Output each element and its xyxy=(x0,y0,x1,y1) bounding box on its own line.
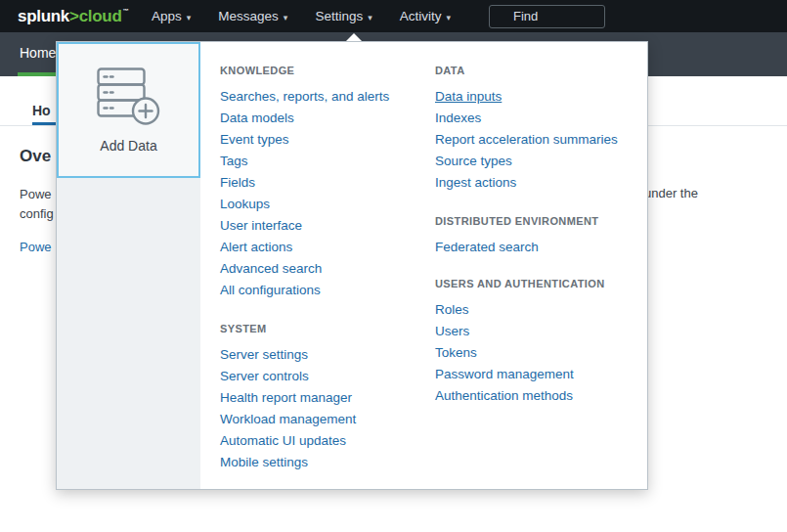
logo-product: cloud xyxy=(79,7,122,25)
logo-gt: > xyxy=(69,7,79,25)
chevron-down-icon: ▾ xyxy=(284,13,288,22)
menu-left-column: Add Data xyxy=(57,42,200,489)
page-paragraph-line2: config xyxy=(20,206,54,221)
menu-column-data-users: DATA Data inputsIndexesReport accelerati… xyxy=(435,65,645,407)
nav-apps[interactable]: Apps▾ xyxy=(152,9,191,23)
menu-item[interactable]: Searches, reports, and alerts xyxy=(220,86,430,108)
page-heading: Ove xyxy=(20,147,51,166)
menu-item[interactable]: Federated search xyxy=(435,237,645,258)
splunk-cloud-logo: splunk>cloud™ xyxy=(18,7,128,26)
menu-item[interactable]: Password management xyxy=(435,364,645,385)
menu-item[interactable]: Server controls xyxy=(220,366,430,387)
menu-item[interactable]: Ingest actions xyxy=(435,172,645,194)
nav-settings[interactable]: Settings▾ xyxy=(315,9,372,23)
nav-messages[interactable]: Messages▾ xyxy=(218,9,287,23)
menu-item[interactable]: Server settings xyxy=(220,344,430,366)
knowledge-item-list: Searches, reports, and alertsData models… xyxy=(220,86,430,301)
add-data-button[interactable]: Add Data xyxy=(57,42,200,178)
dropdown-pointer-caret xyxy=(346,33,362,41)
menu-item[interactable]: Workload management xyxy=(220,409,430,430)
page-paragraph-line1: Powe xyxy=(20,187,52,201)
section-title-knowledge: KNOWLEDGE xyxy=(220,65,430,77)
section-title-users-and-authentication: USERS AND AUTHENTICATION xyxy=(435,278,645,290)
menu-item[interactable]: Authentication methods xyxy=(435,385,645,407)
menu-item[interactable]: Tags xyxy=(220,151,430,172)
menu-item[interactable]: Event types xyxy=(220,129,430,151)
menu-item[interactable]: Users xyxy=(435,321,645,342)
menu-item[interactable]: Source types xyxy=(435,151,645,172)
menu-item[interactable]: Lookups xyxy=(220,194,430,215)
menu-item[interactable]: Report acceleration summaries xyxy=(435,129,645,151)
top-nav: Apps▾ Messages▾ Settings▾ Activity▾ xyxy=(152,0,451,32)
chevron-down-icon: ▾ xyxy=(446,13,451,22)
system-item-list: Server settingsServer controlsHealth rep… xyxy=(220,344,430,473)
active-app-underline xyxy=(18,72,56,76)
section-title-distributed-environment: DISTRIBUTED ENVIRONMENT xyxy=(435,215,645,228)
data-item-list: Data inputsIndexesReport acceleration su… xyxy=(435,86,645,194)
menu-item[interactable]: Advanced search xyxy=(220,258,430,280)
logo-brand: splunk xyxy=(18,7,69,25)
find-search-input[interactable]: Find xyxy=(489,5,605,28)
section-title-data: DATA xyxy=(435,65,645,77)
section-title-system: SYSTEM xyxy=(220,323,430,335)
menu-item[interactable]: Mobile settings xyxy=(220,452,430,473)
app-bar-home-link[interactable]: Home xyxy=(20,45,56,61)
menu-item[interactable]: Automatic UI updates xyxy=(220,430,430,452)
menu-item[interactable]: Alert actions xyxy=(220,237,430,258)
chevron-down-icon: ▾ xyxy=(368,13,372,22)
menu-item[interactable]: Tokens xyxy=(435,342,645,364)
page-paragraph-right-fragment: under the xyxy=(644,186,698,200)
settings-dropdown-menu: Add Data KNOWLEDGE Searches, reports, an… xyxy=(56,41,648,490)
menu-column-knowledge-system: KNOWLEDGE Searches, reports, and alertsD… xyxy=(220,65,430,473)
add-data-label: Add Data xyxy=(100,138,156,154)
distributed-item-list: Federated search xyxy=(435,237,645,258)
menu-item[interactable]: Data inputs xyxy=(435,86,645,108)
menu-item[interactable]: Roles xyxy=(435,299,645,321)
nav-activity[interactable]: Activity▾ xyxy=(400,9,451,23)
add-data-icon xyxy=(97,67,161,126)
page-tab-home[interactable]: Ho xyxy=(32,103,51,118)
menu-item[interactable]: All configurations xyxy=(220,280,430,301)
logo-trademark: ™ xyxy=(122,8,128,14)
users-auth-item-list: RolesUsersTokensPassword managementAuthe… xyxy=(435,299,645,407)
menu-item[interactable]: Indexes xyxy=(435,108,645,129)
page-link[interactable]: Powe xyxy=(20,240,52,254)
menu-item[interactable]: Health report manager xyxy=(220,387,430,409)
menu-item[interactable]: User interface xyxy=(220,215,430,237)
menu-item[interactable]: Fields xyxy=(220,172,430,194)
top-bar: splunk>cloud™ Apps▾ Messages▾ Settings▾ … xyxy=(0,0,787,32)
menu-item[interactable]: Data models xyxy=(220,108,430,129)
chevron-down-icon: ▾ xyxy=(187,13,192,22)
